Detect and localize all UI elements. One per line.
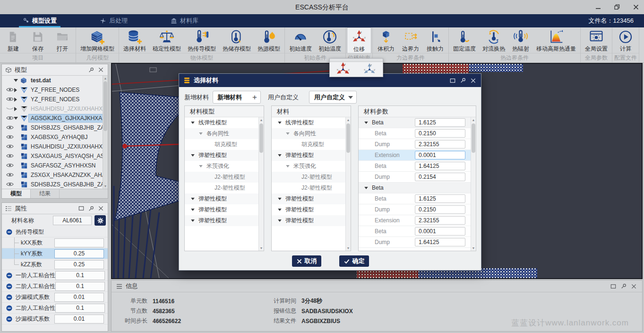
nav-tab-0[interactable]: 模型设置 <box>14 14 65 27</box>
material-tree-item[interactable]: 胡克模型 <box>185 139 258 150</box>
restore-icon[interactable] <box>77 205 85 212</box>
eye-open-icon[interactable] <box>2 143 12 150</box>
material-tree-item[interactable]: 弹塑性模型 <box>185 204 258 215</box>
property-value-input[interactable] <box>54 249 104 258</box>
collapse-minus-icon[interactable] <box>6 305 12 311</box>
pin-icon[interactable] <box>459 77 466 84</box>
caret-down-icon[interactable] <box>277 209 283 211</box>
initial-temperature-button[interactable]: 初始温度 <box>315 27 344 53</box>
tree-expander[interactable] <box>12 107 19 111</box>
tree-item[interactable]: ZSXGX_HSAKAZNZXK_AHASX <box>2 170 103 180</box>
caret-down-icon[interactable] <box>190 219 196 222</box>
param-value-input[interactable] <box>415 205 465 214</box>
material-tree-item[interactable]: 弹塑性模型 <box>185 150 258 161</box>
minimize-icon[interactable] <box>594 3 602 11</box>
property-section[interactable]: 热传导模型 <box>2 227 108 237</box>
pin-icon[interactable] <box>620 283 627 290</box>
caret-down-icon[interactable] <box>277 198 283 200</box>
property-value-input[interactable] <box>55 271 105 280</box>
material-name-input[interactable] <box>53 216 92 225</box>
param-value-input[interactable] <box>415 151 465 159</box>
caret-down-icon[interactable] <box>190 198 196 200</box>
param-value-input[interactable] <box>415 129 465 138</box>
tree-item[interactable]: SAGFASGZ_ASYHHXSN <box>2 161 103 170</box>
param-value-input[interactable] <box>415 140 465 149</box>
close-icon[interactable] <box>470 77 477 84</box>
pin-icon[interactable] <box>87 66 94 73</box>
collapse-minus-icon[interactable] <box>6 316 12 322</box>
eye-open-icon[interactable] <box>2 96 12 103</box>
eye-open-icon[interactable] <box>2 153 12 160</box>
tree-expander[interactable] <box>12 117 19 120</box>
custom-material-select[interactable]: 用户自定义 <box>309 91 357 104</box>
eye-open-icon[interactable] <box>2 162 12 169</box>
param-row[interactable]: Beta <box>359 226 471 237</box>
property-value-input[interactable] <box>54 315 104 324</box>
collapse-minus-icon[interactable] <box>6 272 12 279</box>
cancel-button[interactable]: 取消 <box>292 255 321 267</box>
thermal-radiation-button[interactable]: 热辐射 <box>508 27 533 53</box>
column-scrollbar[interactable]: ▲▼ <box>471 117 476 251</box>
stability-model-button[interactable]: 稳定性模型 <box>149 27 184 53</box>
plus-icon[interactable]: + <box>249 93 260 102</box>
boundary-force-button[interactable]: 边界力 <box>398 27 423 53</box>
property-row[interactable]: kXX系数 <box>2 237 108 248</box>
param-value-input[interactable] <box>415 162 465 170</box>
eye-open-icon[interactable] <box>2 134 12 141</box>
caret-down-icon[interactable] <box>198 132 204 135</box>
material-tree-item[interactable]: J2-塑性模型 <box>272 183 345 193</box>
tree-item[interactable]: AGSGKJKG_GJHXAJKHXA <box>2 114 103 123</box>
property-row[interactable]: 一阶人工粘合性 <box>2 270 108 281</box>
new-material-input[interactable] <box>213 94 249 101</box>
caret-down-icon[interactable] <box>277 122 283 124</box>
param-row[interactable]: Extension <box>359 215 471 226</box>
material-tree-item[interactable]: 米茨强化 <box>185 161 258 172</box>
collapse-minus-icon[interactable] <box>6 229 12 235</box>
eye-open-icon[interactable] <box>2 87 12 94</box>
close-icon[interactable] <box>630 283 637 290</box>
pin-icon[interactable] <box>87 205 94 212</box>
heat-storage-button[interactable]: 热储存模型 <box>219 27 254 53</box>
tree-item[interactable]: test.dat <box>2 76 103 85</box>
tree-expander[interactable] <box>12 79 19 82</box>
property-value-input[interactable] <box>54 293 104 302</box>
tree-item[interactable]: SDHSBJZS_GHSABJHB_ZAHU <box>2 180 103 189</box>
scroll-down-icon[interactable]: ▼ <box>103 184 108 189</box>
tab-results[interactable]: 结果 <box>31 189 60 198</box>
convection-button[interactable]: 对流换热 <box>479 27 508 53</box>
collapse-minus-icon[interactable] <box>6 283 12 289</box>
property-value-input[interactable] <box>55 282 105 291</box>
material-tree-item[interactable]: 线弹性模型 <box>272 117 345 128</box>
tree-item[interactable]: SDHSBJZS_GHSABJHB_ZAHU <box>2 123 103 132</box>
param-value-input[interactable] <box>415 227 465 236</box>
material-tree-item[interactable]: 弹塑性模型 <box>185 215 258 226</box>
close-icon[interactable] <box>632 3 640 11</box>
param-value-input[interactable] <box>415 173 465 181</box>
tree-item[interactable]: XSAXGAUS_AISYAQSH_ASHX <box>2 151 103 161</box>
tree-item[interactable]: YZ_FREE_NODES <box>2 95 103 104</box>
material-tree-item[interactable]: 胡克模型 <box>272 139 345 150</box>
tree-item[interactable]: YZ_FREE_NODES <box>2 85 103 95</box>
add-mesh-model-button[interactable]: 增加网格模型 <box>77 27 118 53</box>
save-button[interactable]: 保存 <box>26 27 50 53</box>
property-row[interactable]: 沙漏模式系数 <box>2 314 108 324</box>
material-tree-item[interactable]: J2-塑性模型 <box>185 183 258 193</box>
tree-item[interactable]: HSAUHDISU_JZXIUXHAHX <box>2 104 103 114</box>
caret-down-icon[interactable] <box>285 132 291 135</box>
caret-down-icon[interactable] <box>190 154 196 157</box>
param-row[interactable]: Dump <box>359 204 471 215</box>
close-icon[interactable] <box>97 66 104 73</box>
eye-open-icon[interactable] <box>2 115 12 122</box>
material-tree-item[interactable]: 弹塑性模型 <box>272 193 345 204</box>
param-row[interactable]: Beta <box>359 128 471 139</box>
param-value-input[interactable] <box>415 238 465 246</box>
material-tree-item[interactable]: J2-塑性模型 <box>272 172 345 183</box>
caret-down-icon[interactable] <box>363 187 369 189</box>
displacement-axes-button[interactable]: zxy 位移 <box>347 27 371 53</box>
restore-icon[interactable] <box>610 283 617 290</box>
param-row[interactable]: Dump <box>359 172 471 183</box>
eye-open-icon[interactable] <box>2 181 12 188</box>
tree-item[interactable]: XAGBSXG_AYHAQBJ <box>2 132 103 142</box>
material-tree-item[interactable]: 弹塑性模型 <box>272 204 345 215</box>
param-row[interactable]: Dump <box>359 139 471 150</box>
